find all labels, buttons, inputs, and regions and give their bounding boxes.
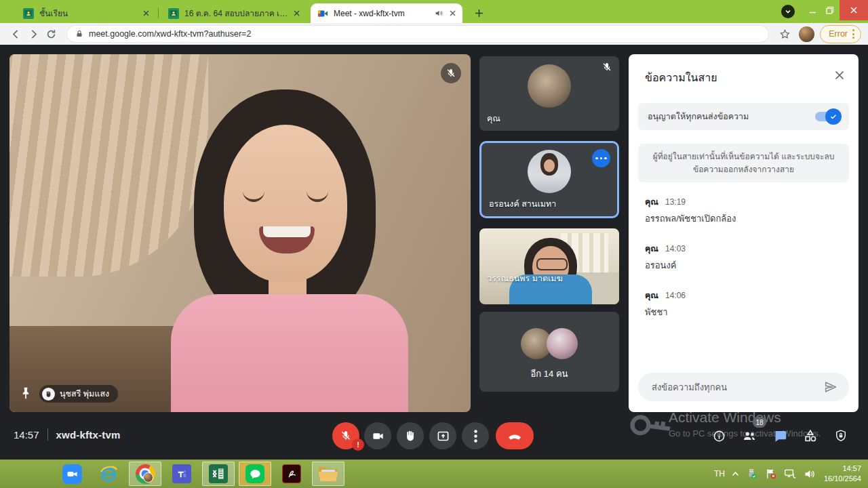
call-info-button[interactable] — [705, 422, 732, 449]
info-icon — [713, 430, 726, 443]
host-controls-button[interactable] — [827, 422, 854, 449]
chevron-down-icon — [785, 8, 791, 15]
ie-icon — [98, 464, 119, 484]
taskbar-clock[interactable]: 14:57 16/10/2564 — [824, 464, 861, 484]
mic-muted-icon — [601, 62, 612, 73]
forward-icon[interactable] — [24, 25, 42, 43]
url-text: meet.google.com/xwd-kftx-tvm?authuser=2 — [89, 29, 251, 39]
participant-tile-you[interactable]: คุณ — [479, 56, 619, 131]
teams-icon — [172, 464, 191, 483]
mic-warning-badge: ! — [352, 439, 364, 451]
bookmark-star-icon[interactable] — [776, 25, 793, 43]
tab-divider — [158, 7, 159, 18]
classroom-favicon-icon — [23, 8, 34, 19]
window-restore-button[interactable] — [821, 0, 840, 20]
allow-messages-toggle[interactable] — [815, 112, 840, 121]
chat-notice: ผู้ที่อยู่ในสายเท่านั้นที่เห็นข้อความได้… — [638, 144, 849, 182]
check-icon — [829, 113, 837, 121]
tray-expand-icon[interactable] — [732, 471, 739, 476]
profile-avatar[interactable] — [799, 26, 814, 42]
people-icon — [742, 428, 757, 443]
hand-icon — [404, 430, 416, 442]
taskbar-chrome[interactable] — [129, 462, 161, 486]
person-body — [171, 294, 408, 412]
allow-messages-row: อนุญาตให้ทุกคนส่งข้อความ — [638, 103, 849, 130]
new-tab-button[interactable] — [472, 6, 486, 20]
classroom-favicon-icon — [168, 8, 179, 19]
taskbar-line[interactable] — [239, 462, 271, 486]
acrobat-icon — [282, 464, 301, 483]
tray-date: 16/10/2564 — [824, 474, 861, 484]
chat-message: คุณ13:19 อรรถพล/พัชชาเปิดกล้อง — [645, 195, 842, 226]
error-button[interactable]: Error — [820, 25, 861, 43]
back-icon[interactable] — [7, 25, 24, 43]
toggle-label: อนุญาตให้ทุกคนส่งข้อความ — [648, 110, 815, 123]
participant-tile-video[interactable]: วรรณธนพร มาตเมฆ — [479, 228, 619, 304]
participant-tile-active[interactable]: อรอนงค์ สานเมทา — [479, 141, 619, 218]
hang-up-button[interactable] — [496, 422, 534, 449]
more-participants-label: อีก 14 คน — [479, 367, 619, 381]
participant-label: อรอนงค์ สานเมทา — [489, 197, 556, 211]
action-center-flag-icon[interactable] — [765, 468, 777, 480]
taskbar-excel[interactable] — [202, 462, 235, 486]
present-screen-button[interactable] — [429, 422, 456, 449]
chat-button-active[interactable] — [766, 422, 793, 449]
tab-classroom[interactable]: ชั้นเรียน — [16, 3, 156, 23]
present-icon — [437, 430, 450, 443]
folder-icon — [318, 466, 338, 482]
tab-audio-icon[interactable] — [435, 9, 443, 18]
main-video-tile[interactable]: นุชสรี พุ่มแสง — [9, 54, 471, 412]
excel-icon — [209, 464, 228, 483]
line-icon — [245, 464, 264, 483]
window-close-button[interactable] — [840, 0, 868, 20]
browser-profile-menu[interactable] — [781, 5, 795, 18]
usb-tray-icon[interactable] — [746, 468, 758, 480]
browser-menu-icon[interactable] — [852, 29, 854, 39]
address-bar[interactable]: meet.google.com/xwd-kftx-tvm?authuser=2 — [66, 25, 769, 43]
tile-more-options-icon[interactable] — [592, 149, 610, 167]
window-minimize-button[interactable] — [803, 0, 822, 20]
glasses — [536, 258, 568, 270]
raise-hand-button[interactable] — [397, 422, 424, 449]
chat-message: คุณ14:06 พัชชา — [645, 289, 842, 319]
tray-time: 14:57 — [824, 464, 861, 474]
chat-input[interactable] — [650, 382, 815, 393]
language-indicator[interactable]: TH — [714, 469, 725, 479]
taskbar-teams[interactable] — [165, 462, 198, 486]
chrome-profile-badge — [143, 472, 153, 483]
tab-exam[interactable]: 16 ต.ค. 64 สอบปลายภาค เสาร์ — [161, 3, 307, 23]
send-icon[interactable] — [821, 377, 841, 397]
reload-icon[interactable] — [42, 25, 60, 43]
chat-panel: ข้อความในสาย อนุญาตให้ทุกคนส่งข้อความ ผู… — [629, 54, 859, 412]
lock-icon — [75, 29, 83, 39]
tab-close-icon[interactable] — [142, 9, 151, 18]
tab-meet-active[interactable]: Meet - xwd-kftx-tvm — [311, 3, 462, 23]
main-participant-name: นุชสรี พุ่มแสง — [60, 387, 109, 401]
chat-close-icon[interactable] — [833, 69, 846, 81]
shield-lock-icon — [834, 429, 848, 443]
participant-label: คุณ — [487, 112, 500, 125]
more-options-button[interactable] — [462, 422, 489, 449]
camera-icon — [372, 430, 384, 443]
taskbar-internet-explorer[interactable] — [92, 462, 125, 486]
network-tray-icon[interactable] — [784, 468, 797, 480]
mic-mute-button[interactable]: ! — [332, 422, 359, 449]
tab-label: 16 ต.ค. 64 สอบปลายภาค เสาร์ — [184, 7, 289, 20]
volume-tray-icon[interactable] — [804, 468, 816, 480]
tab-label: ชั้นเรียน — [39, 7, 68, 20]
participant-label: วรรณธนพร มาตเมฆ — [487, 272, 563, 285]
chat-panel-title: ข้อความในสาย — [645, 69, 717, 86]
pin-icon[interactable] — [19, 386, 34, 402]
participant-tile-overflow[interactable]: อีก 14 คน — [479, 312, 619, 392]
activities-button[interactable] — [797, 422, 824, 449]
chat-input-container — [638, 373, 849, 401]
camera-button[interactable] — [364, 422, 391, 449]
meeting-code: xwd-kftx-tvm — [56, 429, 121, 441]
taskbar-acrobat[interactable] — [275, 462, 308, 486]
taskbar-file-explorer[interactable] — [312, 462, 344, 486]
taskbar-zoom-app[interactable] — [56, 462, 88, 486]
tab-close-icon[interactable] — [448, 9, 457, 18]
participant-name-pill: นุชสรี พุ่มแสง — [39, 385, 118, 403]
tab-close-icon[interactable] — [292, 9, 301, 18]
activities-icon — [803, 428, 818, 443]
